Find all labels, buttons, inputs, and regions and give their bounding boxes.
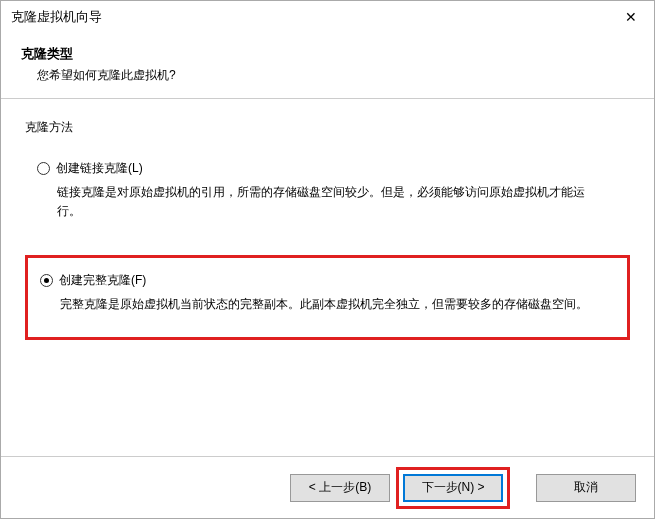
wizard-footer: < 上一步(B) 下一步(N) > 取消 — [1, 456, 654, 518]
cancel-button[interactable]: 取消 — [536, 474, 636, 502]
radio-row-full[interactable]: 创建完整克隆(F) — [40, 272, 615, 289]
back-button[interactable]: < 上一步(B) — [290, 474, 390, 502]
clone-vm-wizard-dialog: 克隆虚拟机向导 ✕ 克隆类型 您希望如何克隆此虚拟机? 克隆方法 创建链接克隆(… — [0, 0, 655, 519]
section-label: 克隆方法 — [25, 119, 630, 136]
window-title: 克隆虚拟机向导 — [11, 8, 608, 26]
option-desc-full: 完整克隆是原始虚拟机当前状态的完整副本。此副本虚拟机完全独立，但需要较多的存储磁… — [40, 295, 615, 314]
radio-linked-clone[interactable] — [37, 162, 50, 175]
option-linked-clone[interactable]: 创建链接克隆(L) 链接克隆是对原始虚拟机的引用，所需的存储磁盘空间较少。但是，… — [25, 154, 630, 233]
close-icon: ✕ — [625, 9, 637, 25]
next-button[interactable]: 下一步(N) > — [403, 474, 503, 502]
titlebar: 克隆虚拟机向导 ✕ — [1, 1, 654, 33]
header-title: 克隆类型 — [21, 45, 634, 63]
header-subtitle: 您希望如何克隆此虚拟机? — [21, 67, 634, 84]
radio-full-clone[interactable] — [40, 274, 53, 287]
cancel-button-wrap: 取消 — [536, 474, 636, 502]
wizard-body: 克隆方法 创建链接克隆(L) 链接克隆是对原始虚拟机的引用，所需的存储磁盘空间较… — [1, 99, 654, 456]
option-label-linked: 创建链接克隆(L) — [56, 160, 143, 177]
option-full-clone[interactable]: 创建完整克隆(F) 完整克隆是原始虚拟机当前状态的完整副本。此副本虚拟机完全独立… — [25, 255, 630, 339]
option-desc-linked: 链接克隆是对原始虚拟机的引用，所需的存储磁盘空间较少。但是，必须能够访问原始虚拟… — [37, 183, 618, 221]
wizard-header: 克隆类型 您希望如何克隆此虚拟机? — [1, 33, 654, 99]
close-button[interactable]: ✕ — [608, 2, 654, 32]
next-button-wrap: 下一步(N) > — [396, 467, 510, 509]
back-button-wrap: < 上一步(B) — [290, 474, 390, 502]
option-label-full: 创建完整克隆(F) — [59, 272, 146, 289]
radio-row-linked[interactable]: 创建链接克隆(L) — [37, 160, 618, 177]
